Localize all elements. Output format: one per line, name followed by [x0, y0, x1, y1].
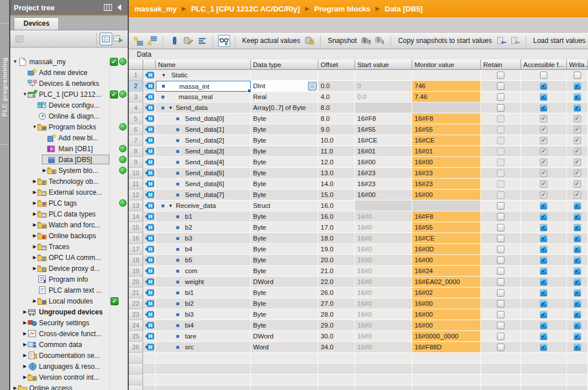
- expander-right-icon[interactable]: ▶: [32, 179, 37, 184]
- expander-right-icon[interactable]: ▶: [32, 266, 37, 271]
- expand-collapse-icon[interactable]: ▼: [161, 73, 166, 78]
- data-type-cell[interactable]: Array[0..7] of Byte: [251, 103, 318, 113]
- accessible-checkbox[interactable]: ✓: [540, 333, 547, 340]
- expander-right-icon[interactable]: ▶: [32, 222, 37, 227]
- start-value-cell[interactable]: 16#01: [355, 146, 412, 157]
- writable-checkbox[interactable]: ✓: [574, 267, 581, 275]
- row-number[interactable]: 21: [129, 287, 143, 298]
- tree-item-device-proxy-d[interactable]: ▶Device proxy d...: [10, 263, 128, 274]
- retain-checkbox[interactable]: [497, 159, 504, 166]
- row-number[interactable]: 11: [129, 179, 143, 190]
- accessible-checkbox[interactable]: ✓: [540, 115, 547, 123]
- retain-checkbox[interactable]: [497, 202, 504, 210]
- retain-checkbox[interactable]: [497, 224, 504, 231]
- name-cell[interactable]: com: [156, 266, 251, 277]
- tree-item-add-new-device[interactable]: Add new device: [10, 67, 128, 78]
- accessible-checkbox[interactable]: ✓: [540, 213, 547, 220]
- start-value-cell[interactable]: 16#0: [355, 342, 412, 353]
- retain-checkbox[interactable]: [497, 235, 504, 242]
- tree-item-security-settings[interactable]: ▶Security settings: [10, 317, 128, 328]
- expand-collapse-icon[interactable]: ▼: [168, 105, 173, 111]
- open-view-button[interactable]: [112, 33, 125, 45]
- retain-checkbox[interactable]: [497, 344, 504, 351]
- snapshot-up-button[interactable]: [360, 35, 372, 47]
- breadcrumb-item[interactable]: massak_my: [135, 5, 177, 13]
- expander-right-icon[interactable]: ▶: [22, 342, 27, 347]
- row-number[interactable]: 2: [129, 81, 143, 92]
- details-view-button[interactable]: [100, 33, 112, 45]
- name-cell[interactable]: Send_data[0]: [156, 113, 251, 124]
- data-type-cell[interactable]: Byte: [251, 179, 318, 190]
- retain-checkbox[interactable]: [497, 300, 504, 308]
- tree-item-ungrouped-devices[interactable]: ▶Ungrouped devices: [10, 306, 128, 317]
- expander-right-icon[interactable]: ▶: [32, 233, 37, 238]
- expander-down-icon[interactable]: ▼: [13, 59, 18, 64]
- tree-item-plc-1-cpu-1212[interactable]: ▼PLC_1 [CPU 1212...✓: [10, 89, 128, 100]
- writable-checkbox[interactable]: ✓: [574, 224, 581, 231]
- accessible-checkbox[interactable]: ✓: [540, 224, 547, 231]
- name-cell[interactable]: Send_data[5]: [156, 168, 251, 179]
- start-value-cell[interactable]: [355, 375, 412, 385]
- data-type-cell[interactable]: Byte: [251, 157, 318, 168]
- row-number[interactable]: 9: [129, 157, 143, 168]
- accessible-checkbox[interactable]: ✓: [540, 202, 547, 210]
- start-value-cell[interactable]: 16#0: [355, 298, 412, 309]
- copy-snap-1-button[interactable]: [495, 35, 507, 47]
- data-type-cell[interactable]: Byte: [251, 190, 318, 200]
- row-number[interactable]: 15: [129, 222, 143, 233]
- data-type-cell[interactable]: Word: [251, 342, 318, 353]
- add-row-below-button[interactable]: [146, 35, 158, 47]
- add-row-above-button[interactable]: [132, 35, 144, 47]
- retain-checkbox[interactable]: [497, 333, 504, 340]
- retain-checkbox[interactable]: [497, 311, 504, 318]
- accessible-checkbox[interactable]: ✓: [540, 311, 547, 318]
- accessible-checkbox[interactable]: ✓: [540, 170, 547, 177]
- device-overview-icon[interactable]: [13, 33, 26, 45]
- retain-checkbox[interactable]: [497, 170, 504, 177]
- expand-collapse-icon[interactable]: ▼: [168, 203, 173, 208]
- breadcrumb-item[interactable]: Data [DB5]: [385, 5, 423, 13]
- tree-item-cross-device-funct[interactable]: ▶Cross-device funct...: [10, 328, 128, 339]
- column-header-start-value[interactable]: Start value: [355, 60, 412, 70]
- column-header-monitor-value[interactable]: Monitor value: [412, 60, 481, 70]
- copy-snap-2-button[interactable]: [509, 35, 521, 47]
- tree-item-main-ob1[interactable]: Main [OB1]: [10, 143, 128, 154]
- name-cell[interactable]: ▼Send_data: [156, 103, 251, 113]
- accessible-checkbox[interactable]: ✓: [540, 257, 547, 264]
- start-value-cell[interactable]: 16#0: [355, 309, 412, 320]
- start-value-cell[interactable]: 16#0: [355, 233, 412, 244]
- data-type-cell[interactable]: [251, 385, 318, 390]
- data-type-select-button[interactable]: [308, 82, 317, 90]
- start-value-cell[interactable]: 16#0: [355, 331, 412, 342]
- name-cell[interactable]: b2: [156, 222, 251, 233]
- name-cell[interactable]: ▼Static: [156, 70, 251, 81]
- retain-checkbox[interactable]: [497, 257, 504, 264]
- writable-checkbox[interactable]: ✓: [574, 148, 581, 155]
- data-type-cell[interactable]: Byte: [251, 244, 318, 255]
- retain-checkbox[interactable]: [497, 213, 504, 220]
- expander-right-icon[interactable]: ▶: [32, 298, 37, 304]
- retain-checkbox[interactable]: [497, 115, 504, 123]
- tree-item-online-diagn[interactable]: Online & diagn...: [10, 111, 128, 121]
- start-value-cell[interactable]: [355, 200, 412, 211]
- data-type-cell[interactable]: Byte: [251, 320, 318, 331]
- retain-checkbox[interactable]: [497, 180, 504, 188]
- row-number[interactable]: 14: [129, 211, 143, 222]
- start-value-cell[interactable]: 16#CE: [355, 135, 412, 146]
- data-type-cell[interactable]: Byte: [251, 309, 318, 320]
- writable-checkbox[interactable]: ✓: [574, 344, 581, 351]
- retain-checkbox[interactable]: [497, 137, 504, 144]
- tree-item-plc-tags[interactable]: ▶PLC tags: [10, 198, 128, 208]
- name-cell[interactable]: weight: [156, 277, 251, 287]
- tree-item-system-blo[interactable]: ▶System blo...: [10, 165, 128, 176]
- column-header-name[interactable]: Name: [156, 60, 251, 70]
- expander-right-icon[interactable]: ▶: [32, 244, 37, 249]
- data-type-cell[interactable]: Byte: [251, 233, 318, 244]
- accessible-checkbox[interactable]: ✓: [540, 126, 547, 133]
- writable-checkbox[interactable]: ✓: [574, 311, 581, 318]
- rail-label-plc-programming[interactable]: PLC programming: [1, 57, 8, 116]
- start-value-cell[interactable]: 16#00: [355, 157, 412, 168]
- start-value-cell[interactable]: 16#F8: [355, 113, 412, 124]
- accessible-checkbox[interactable]: ✓: [540, 82, 547, 90]
- data-type-cell[interactable]: Real: [251, 92, 318, 103]
